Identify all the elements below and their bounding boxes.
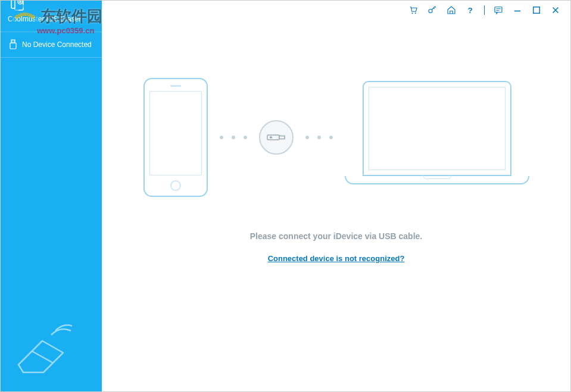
cart-icon[interactable]	[408, 5, 419, 15]
svg-rect-7	[10, 43, 16, 49]
connection-dots-right	[305, 136, 333, 139]
main-panel: ?	[102, 1, 570, 391]
svg-rect-15	[495, 7, 502, 12]
connection-dots-left	[220, 136, 247, 139]
svg-rect-19	[533, 7, 540, 14]
device-status-label: No Device Connected	[22, 40, 92, 49]
phone-illustration	[143, 78, 208, 197]
help-icon[interactable]: ?	[465, 5, 476, 15]
sidebar-header: Coolmuster iOS Eraser	[1, 0, 102, 32]
svg-rect-6	[11, 40, 15, 43]
device-status-row: No Device Connected	[1, 32, 102, 58]
svg-rect-20	[267, 135, 279, 140]
svg-rect-4	[15, 0, 23, 10]
title-divider	[484, 5, 485, 15]
app-logo-icon	[8, 0, 26, 11]
connection-illustration	[143, 78, 529, 197]
laptop-illustration	[345, 81, 529, 194]
maximize-icon[interactable]	[531, 5, 542, 15]
minimize-icon[interactable]	[512, 5, 523, 15]
svg-rect-21	[279, 136, 285, 139]
svg-point-11	[411, 12, 413, 14]
sidebar: Coolmuster iOS Eraser No Device Connecte…	[1, 0, 102, 391]
key-icon[interactable]	[427, 5, 438, 15]
eraser-decoration-icon	[7, 314, 84, 380]
connect-prompt: Please connect your iDevice via USB cabl…	[250, 231, 422, 241]
usb-plug-icon	[259, 120, 294, 155]
svg-text:?: ?	[468, 6, 473, 15]
svg-line-10	[32, 351, 53, 363]
usb-icon	[9, 39, 17, 50]
close-icon[interactable]	[550, 5, 561, 15]
feedback-icon[interactable]	[493, 5, 504, 15]
svg-point-13	[429, 10, 432, 13]
svg-point-12	[415, 12, 416, 14]
not-recognized-link[interactable]: Connected device is not recognized?	[268, 254, 405, 263]
svg-rect-22	[270, 137, 272, 139]
home-icon[interactable]	[446, 5, 457, 15]
app-title: Coolmuster iOS Eraser	[8, 15, 102, 23]
